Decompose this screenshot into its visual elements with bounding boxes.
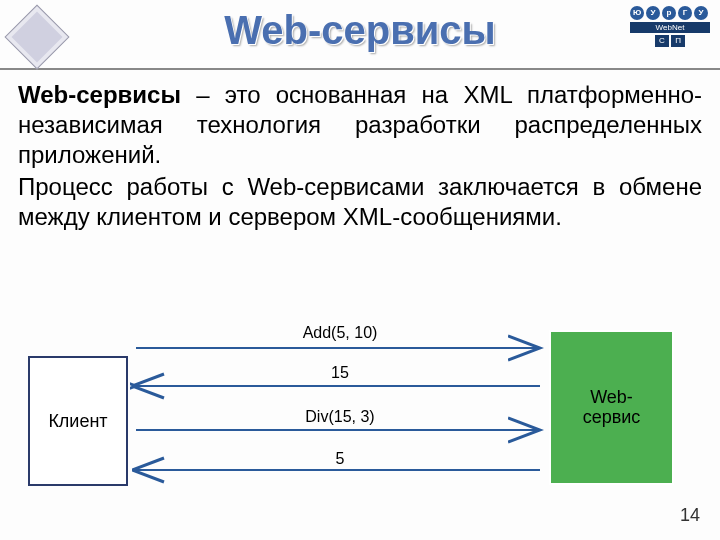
logo-letter: У xyxy=(694,6,708,20)
page-number: 14 xyxy=(680,505,700,526)
webnet-logo: Ю У р Г У WebNet С П xyxy=(630,6,710,56)
msg-add: Add(5, 10) xyxy=(290,324,390,342)
client-box: Клиент xyxy=(28,356,128,486)
slide-body: Web-сервисы – это основанная на XML плат… xyxy=(0,70,720,232)
arrows-area: Add(5, 10) 15 Div(15, 3) 5 xyxy=(130,330,548,490)
client-label: Клиент xyxy=(48,411,107,432)
client-server-diagram: Клиент Add(5, 10) 15 Div(15, 3) xyxy=(0,320,720,520)
slide-title: Web-сервисы xyxy=(0,8,720,53)
logo-letter: р xyxy=(662,6,676,20)
server-label: Web- сервис xyxy=(583,388,641,428)
logo-bar: WebNet xyxy=(630,22,710,33)
logo-sq: С xyxy=(655,35,669,47)
term: Web-сервисы xyxy=(18,81,181,108)
msg-15: 15 xyxy=(290,364,390,382)
paragraph-1: Web-сервисы – это основанная на XML плат… xyxy=(18,80,702,170)
logo-letter: Г xyxy=(678,6,692,20)
msg-div: Div(15, 3) xyxy=(290,408,390,426)
logo-letter: Ю xyxy=(630,6,644,20)
logo-sq: П xyxy=(671,35,685,47)
slide-header: Web-сервисы Ю У р Г У WebNet С П xyxy=(0,0,720,70)
logo-letter: У xyxy=(646,6,660,20)
server-box: Web- сервис xyxy=(549,330,674,485)
msg-5: 5 xyxy=(290,450,390,468)
paragraph-2: Процесс работы с Web-сервисами заключает… xyxy=(18,172,702,232)
